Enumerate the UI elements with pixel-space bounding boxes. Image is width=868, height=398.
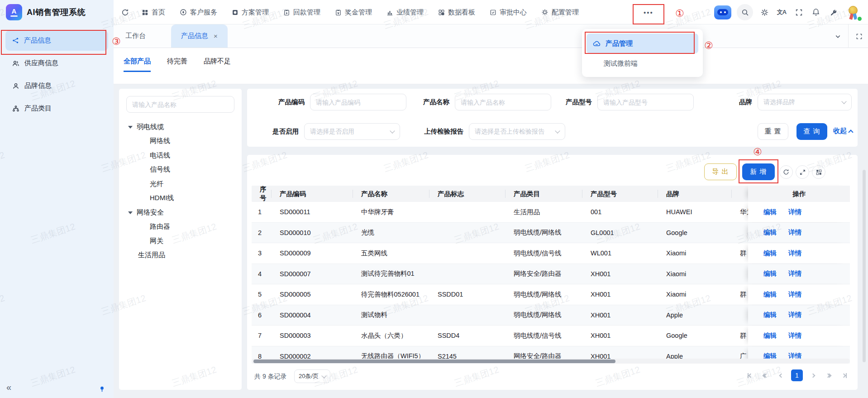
subtab-to-improve[interactable]: 待完善 bbox=[167, 57, 187, 72]
nav-item-bonus[interactable]: 奖金管理 bbox=[328, 0, 379, 24]
detail-link[interactable]: 详情 bbox=[788, 208, 801, 216]
nav-more-button[interactable]: ••• bbox=[633, 0, 664, 24]
nav-item-plan[interactable]: 方案管理 bbox=[224, 0, 276, 24]
detail-link[interactable]: 详情 bbox=[788, 331, 801, 340]
sidebar-item-product-info[interactable]: 产品信息 bbox=[5, 30, 108, 51]
tab-label: 工作台 bbox=[125, 32, 146, 40]
inspection-report-select[interactable]: 请选择是否上传检验报告 bbox=[469, 123, 565, 140]
sidebar-collapse-icon[interactable]: « bbox=[6, 383, 11, 392]
cell-name: 水晶头（六类） bbox=[353, 326, 429, 346]
prev-page-button[interactable] bbox=[775, 369, 787, 381]
search-button[interactable]: 查 询 bbox=[796, 123, 827, 140]
subtab-brand-insufficient[interactable]: 品牌不足 bbox=[204, 57, 231, 72]
field-label: 上传检验报告 bbox=[413, 127, 463, 136]
tree-node-child[interactable]: 电话线 bbox=[150, 149, 170, 162]
detail-link[interactable]: 详情 bbox=[788, 311, 801, 319]
nav-item-approval[interactable]: 审批中心 bbox=[482, 0, 534, 24]
bell-icon[interactable] bbox=[810, 6, 822, 18]
sidebar-item-brand-info[interactable]: 品牌信息 bbox=[5, 76, 108, 96]
menu-item-test-micro-frontend[interactable]: 测试微前端 bbox=[582, 53, 703, 73]
home-grid-icon bbox=[142, 9, 148, 16]
cell-category: 弱电线缆/网络线 bbox=[506, 284, 582, 305]
nav-item-performance[interactable]: 业绩管理 bbox=[379, 0, 431, 24]
edit-link[interactable]: 编辑 bbox=[763, 228, 777, 237]
nav-item-config[interactable]: 配置管理 bbox=[534, 0, 586, 24]
pin-icon[interactable] bbox=[99, 386, 105, 393]
wrench-icon[interactable] bbox=[827, 6, 839, 18]
caret-down-icon[interactable] bbox=[128, 126, 133, 129]
refresh-icon[interactable] bbox=[116, 9, 134, 16]
tree-node-child[interactable]: 网络线 bbox=[150, 135, 170, 148]
reset-button[interactable]: 重 置 bbox=[758, 123, 788, 140]
tree-node-child[interactable]: 网关 bbox=[150, 235, 163, 247]
subtab-all-products[interactable]: 全部产品 bbox=[124, 57, 151, 72]
product-model-input[interactable] bbox=[597, 94, 694, 110]
edit-link[interactable]: 编辑 bbox=[763, 311, 777, 319]
tree-node-leaf[interactable]: 生活用品 bbox=[138, 249, 165, 262]
field-label: 产品型号 bbox=[547, 98, 592, 106]
search-icon[interactable] bbox=[737, 4, 753, 20]
nav-item-payment[interactable]: 回款管理 bbox=[276, 0, 328, 24]
product-name-input[interactable] bbox=[455, 94, 551, 110]
detail-link[interactable]: 详情 bbox=[788, 228, 801, 237]
first-page-button[interactable] bbox=[744, 369, 755, 381]
last-page-button[interactable] bbox=[839, 369, 850, 381]
column-header-8: 操作 bbox=[748, 186, 850, 202]
column-settings-icon[interactable] bbox=[812, 165, 825, 179]
fullscreen-icon[interactable] bbox=[793, 6, 805, 18]
back-pages-button[interactable] bbox=[759, 369, 771, 381]
brand-select[interactable]: 请选择品牌 bbox=[758, 94, 852, 110]
fullscreen-table-icon[interactable] bbox=[796, 165, 809, 179]
tree-node-child[interactable]: 信号线 bbox=[150, 163, 170, 176]
forward-pages-button[interactable] bbox=[823, 369, 835, 381]
tree-node-child[interactable]: HDMI线 bbox=[150, 192, 174, 205]
tree-search-input[interactable] bbox=[126, 96, 234, 113]
detail-link[interactable]: 详情 bbox=[788, 249, 801, 258]
tree-node-child[interactable]: 光纤 bbox=[150, 177, 163, 190]
sidebar-item-product-category[interactable]: 产品类目 bbox=[5, 98, 108, 119]
product-code-input[interactable] bbox=[310, 94, 406, 110]
nav-item-home[interactable]: 首页 bbox=[134, 0, 172, 24]
nav-item-customer-service[interactable]: 客户服务 bbox=[172, 0, 224, 24]
edit-link[interactable]: 编辑 bbox=[763, 331, 777, 340]
vertical-scrollbar[interactable] bbox=[863, 170, 866, 362]
edit-link[interactable]: 编辑 bbox=[763, 249, 777, 258]
filter-product-model: 产品型号 bbox=[547, 94, 694, 110]
tree-node-parent[interactable]: 弱电线缆 bbox=[128, 120, 164, 133]
tree-node-parent[interactable]: 网络安全 bbox=[128, 206, 164, 219]
enabled-select[interactable]: 请选择是否启用 bbox=[304, 123, 400, 140]
export-button[interactable]: 导 出 bbox=[704, 163, 737, 180]
translate-icon[interactable]: 文A bbox=[776, 6, 787, 18]
tree-node-label: 光纤 bbox=[150, 180, 163, 188]
tree-node-child[interactable]: 路由器 bbox=[150, 221, 170, 233]
table-row: 3SD000009五类网线弱电线缆/信号线WL001Xiaomi群编辑详情 bbox=[252, 243, 850, 264]
tab-product-info[interactable]: 产品信息 × bbox=[171, 24, 228, 48]
edit-link[interactable]: 编辑 bbox=[763, 290, 777, 299]
cell-code: SD000010 bbox=[272, 223, 353, 243]
next-page-button[interactable] bbox=[807, 369, 819, 381]
settings-gear-icon[interactable] bbox=[758, 6, 770, 18]
add-button[interactable]: 新 增 bbox=[742, 163, 775, 180]
edit-link[interactable]: 编辑 bbox=[763, 269, 777, 278]
current-page[interactable]: 1 bbox=[791, 369, 803, 381]
close-icon[interactable]: × bbox=[214, 33, 218, 39]
menu-item-product-management[interactable]: 产品管理 bbox=[587, 34, 698, 53]
edit-link[interactable]: 编辑 bbox=[763, 208, 777, 216]
expand-tabs-icon[interactable] bbox=[853, 30, 865, 42]
caret-down-icon[interactable] bbox=[128, 211, 133, 214]
page-size-select[interactable]: 20条/页 bbox=[294, 369, 330, 383]
refresh-table-icon[interactable] bbox=[779, 165, 793, 179]
horizontal-scrollbar[interactable] bbox=[252, 359, 850, 364]
tab-workbench[interactable]: 工作台 bbox=[114, 24, 157, 48]
ai-assistant-icon[interactable] bbox=[714, 5, 731, 19]
detail-link[interactable]: 详情 bbox=[788, 290, 801, 299]
cell-code: SD000005 bbox=[272, 284, 353, 305]
chevron-down-icon[interactable] bbox=[832, 30, 844, 42]
user-avatar[interactable] bbox=[844, 4, 862, 21]
scrollbar-thumb[interactable] bbox=[253, 360, 615, 363]
collapse-filters-link[interactable]: 收起 bbox=[833, 127, 853, 135]
detail-link[interactable]: 详情 bbox=[788, 269, 801, 278]
menu-item-label: 产品管理 bbox=[606, 39, 633, 48]
sidebar-item-supplier-info[interactable]: 供应商信息 bbox=[5, 53, 108, 73]
nav-item-dashboard[interactable]: 数据看板 bbox=[431, 0, 482, 24]
